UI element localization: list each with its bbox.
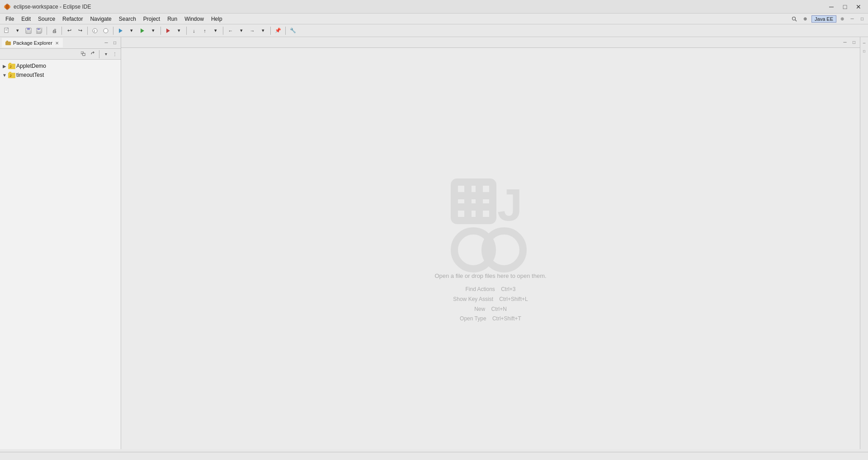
forward-dropdown[interactable]: ▾ xyxy=(258,26,268,36)
menu-refactor[interactable]: Refactor xyxy=(59,14,86,24)
expand-arrow: ▼ xyxy=(2,72,7,78)
menu-help[interactable]: Help xyxy=(208,14,226,24)
svg-rect-30 xyxy=(454,182,493,221)
minimize-sidebar-btn[interactable]: ─ xyxy=(102,39,110,47)
next-annotation-btn[interactable]: ↓ xyxy=(189,26,199,36)
package-explorer-toolbar: ▾ ⋮ xyxy=(0,49,121,60)
menu-file[interactable]: File xyxy=(2,14,18,24)
maximize-button[interactable]: □ xyxy=(839,2,851,11)
print-btn[interactable]: 🖨 xyxy=(49,26,59,36)
svg-rect-23 xyxy=(83,53,85,56)
redo-btn[interactable]: ↪ xyxy=(75,26,85,36)
menu-run[interactable]: Run xyxy=(164,14,181,24)
prev-annotation-btn[interactable]: ↑ xyxy=(200,26,210,36)
svg-text:J: J xyxy=(94,29,95,33)
status-bar xyxy=(0,452,868,460)
right-strip-btn2[interactable]: □ xyxy=(860,47,868,55)
minimize-button[interactable]: ─ xyxy=(826,2,837,11)
editor-content[interactable]: J Open a file or drop files here to open… xyxy=(121,48,860,449)
main-toolbar: ▾ 🖨 ↩ ↪ J ▾ ▾ ▾ ↓ ↑ ▾ ← ▾ → ▾ 📌 🔧 xyxy=(0,24,868,37)
search-button[interactable] xyxy=(790,14,799,23)
project-icon-2: J xyxy=(8,71,15,79)
new-dropdown[interactable]: ▾ xyxy=(13,26,23,36)
toolbar-icon1[interactable]: ⊕ xyxy=(801,14,810,24)
view-menu-btn[interactable]: ▾ xyxy=(102,50,110,58)
drop-hint: Open a file or drop files here to open t… xyxy=(434,272,546,279)
svg-marker-17 xyxy=(119,28,123,33)
tree-item-applet-demo[interactable]: ▶ J AppletDemo xyxy=(0,61,121,70)
pin-editor-btn[interactable]: 📌 xyxy=(273,26,283,36)
external-tools-btn[interactable]: 🔧 xyxy=(288,26,298,36)
right-strip: ─ □ xyxy=(860,37,868,449)
svg-text:J: J xyxy=(497,179,523,230)
tree-item-timeout-test[interactable]: ▼ J timeoutTest xyxy=(0,70,121,80)
svg-rect-21 xyxy=(6,41,8,42)
undo-btn[interactable]: ↩ xyxy=(64,26,74,36)
svg-marker-19 xyxy=(166,28,170,33)
link-with-editor-btn[interactable] xyxy=(89,50,97,58)
editor-area: ─ □ J Open a file or drop files here to … xyxy=(121,37,860,449)
shortcut-open-type: Open Type Ctrl+Shift+T xyxy=(453,314,528,324)
back-dropdown[interactable]: ▾ xyxy=(236,26,246,36)
main-layout: Package Explorer ✕ ─ □ ▾ ⋮ ▶ xyxy=(0,37,868,449)
expand-arrow: ▶ xyxy=(2,63,7,69)
eclipse-logo: J xyxy=(445,173,536,272)
package-icon xyxy=(5,40,11,46)
package-explorer-tab[interactable]: Package Explorer ✕ xyxy=(2,38,63,47)
menu-edit[interactable]: Edit xyxy=(18,14,34,24)
open-type-btn[interactable]: J xyxy=(90,26,100,36)
new-btn[interactable] xyxy=(2,26,12,36)
svg-point-16 xyxy=(104,28,108,33)
debug-dropdown[interactable]: ▾ xyxy=(127,26,137,36)
run-dropdown[interactable]: ▾ xyxy=(148,26,158,36)
shortcut-find-actions: Find Actions Ctrl+3 xyxy=(453,285,528,295)
menu-window[interactable]: Window xyxy=(181,14,208,24)
back-btn[interactable]: ← xyxy=(226,26,236,36)
svg-line-3 xyxy=(795,20,797,21)
collapse-all-btn[interactable] xyxy=(80,50,88,58)
window-title: eclipse-workspace - Eclipse IDE xyxy=(14,4,826,10)
close-button[interactable]: ✕ xyxy=(853,2,864,11)
svg-rect-11 xyxy=(38,28,40,30)
annotation-dropdown[interactable]: ▾ xyxy=(211,26,221,36)
shortcut-new: New Ctrl+N xyxy=(453,305,528,314)
svg-text:J: J xyxy=(9,74,11,78)
project-icon: J xyxy=(8,62,15,70)
svg-rect-20 xyxy=(5,42,11,45)
window-controls: ─ □ ✕ xyxy=(826,2,864,11)
minimize-panel-btn[interactable]: ─ xyxy=(848,15,856,23)
svg-rect-8 xyxy=(27,28,30,30)
title-bar: eclipse-workspace - Eclipse IDE ─ □ ✕ xyxy=(0,0,868,14)
svg-rect-12 xyxy=(37,31,40,33)
menu-source[interactable]: Source xyxy=(34,14,59,24)
minimize-editor-btn[interactable]: ─ xyxy=(841,38,849,47)
coverage-btn[interactable] xyxy=(163,26,173,36)
svg-rect-28 xyxy=(9,72,11,73)
maximize-editor-btn[interactable]: □ xyxy=(850,38,858,47)
svg-point-2 xyxy=(793,17,796,20)
maximize-sidebar-btn[interactable]: □ xyxy=(111,39,119,47)
package-explorer-tab-bar: Package Explorer ✕ ─ □ xyxy=(0,37,121,49)
right-strip-btn1[interactable]: ─ xyxy=(860,39,868,47)
svg-point-1 xyxy=(5,4,9,10)
svg-rect-25 xyxy=(9,63,11,64)
open-resource-btn[interactable] xyxy=(101,26,111,36)
menu-project[interactable]: Project xyxy=(140,14,164,24)
perspective-open-btn[interactable]: ⊕ xyxy=(838,15,846,23)
svg-rect-9 xyxy=(27,31,30,33)
run-btn[interactable] xyxy=(137,26,147,36)
debug-btn[interactable] xyxy=(116,26,126,36)
coverage-dropdown[interactable]: ▾ xyxy=(174,26,184,36)
forward-btn[interactable]: → xyxy=(247,26,257,36)
save-all-btn[interactable] xyxy=(34,26,44,36)
view-more-btn[interactable]: ⋮ xyxy=(111,50,119,58)
menu-navigate[interactable]: Navigate xyxy=(86,14,115,24)
shortcut-list: Find Actions Ctrl+3 Show Key Assist Ctrl… xyxy=(453,285,528,324)
svg-marker-18 xyxy=(141,28,144,33)
tab-close-button[interactable]: ✕ xyxy=(54,41,60,46)
menu-bar: File Edit Source Refactor Navigate Searc… xyxy=(0,14,868,24)
maximize-panel-btn[interactable]: □ xyxy=(858,15,866,23)
menu-search[interactable]: Search xyxy=(115,14,140,24)
save-btn[interactable] xyxy=(24,26,33,36)
java-ee-perspective[interactable]: Java EE xyxy=(811,15,836,23)
